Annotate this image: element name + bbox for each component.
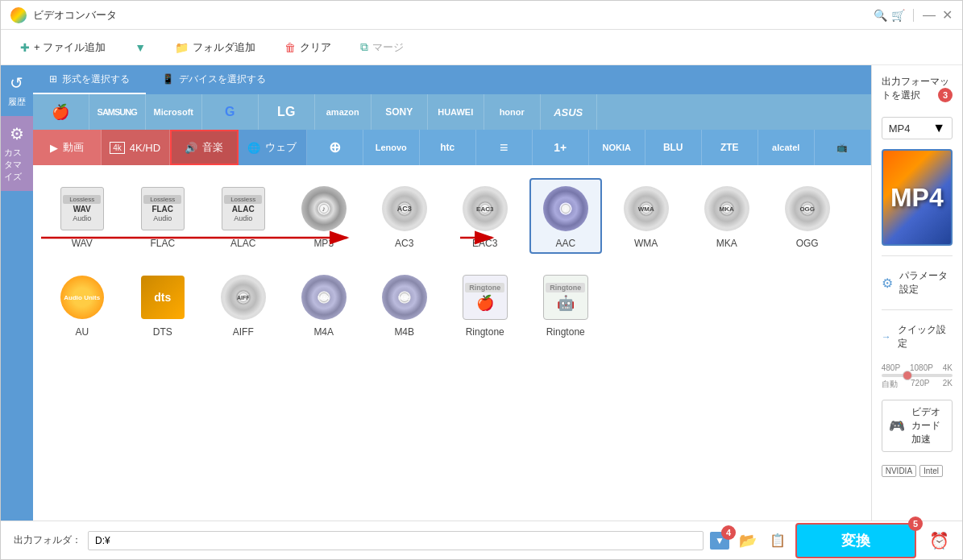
tab-device[interactable]: 📱 デバイスを選択する [146,65,871,94]
flac-icon: Lossless FLAC Audio [137,183,189,234]
merge-button[interactable]: ⧉ マージ [354,37,410,58]
brand-nokia[interactable]: NOKIA [589,130,645,165]
format-eac3[interactable]: EAC3 EAC3 [449,178,521,254]
slider-bottom-labels: 自動 720P 2K [882,379,953,390]
quality-slider-track[interactable] [882,374,953,377]
category-web[interactable]: 🌐 ウェブ [239,130,307,165]
search-button[interactable]: 🔍 [874,10,886,21]
brand-amazon[interactable]: amazon [315,94,372,130]
param-settings-button[interactable]: ⚙ パラメータ設定 [882,266,953,300]
sidebar-item-customize[interactable]: ⚙ カスタマイズ [1,116,33,191]
format-wma[interactable]: WMA WMA [610,178,683,254]
brand-alcatel[interactable]: alcatel [758,130,815,165]
alac-label: ALAC [230,238,255,249]
main-content: ↺ 履歴 ⚙ カスタマイズ ⊞ 形式を選択する 📱 デバイスを選択する [1,65,962,521]
hd-icon: 4k [110,142,125,154]
quality-slider-container: 480P 1080P 4K 自動 720P 2K [882,363,953,390]
brand-tv[interactable]: 📺 [815,130,871,165]
format-m4b[interactable]: M4B M4B [368,267,441,342]
brand-blu[interactable]: BLU [645,130,702,165]
category-brand-row: ▶ 動画 4k 4K/HD 🔊 音楽 🌐 ウェブ ⊕ Lenovo [33,130,871,165]
alarm-button[interactable]: ⏰ [929,531,949,550]
app-title: ビデオコンバータ [33,8,117,23]
brand-lenovo[interactable]: Lenovo [363,130,420,165]
aac-icon: ♪ [540,183,591,234]
clear-button[interactable]: 🗑 クリア [278,37,338,58]
alac-icon: Lossless ALAC Audio [218,183,269,234]
browse-folder-button[interactable]: 📂 [736,529,760,553]
title-left: ビデオコンバータ [10,7,117,23]
m4a-icon: M4A [298,272,350,323]
tab-format[interactable]: ⊞ 形式を選択する [33,65,146,94]
format-selector[interactable]: MP4 ▼ [882,117,953,139]
history-icon: ↺ [10,73,23,93]
brand-xiaomi[interactable]: ≡ [476,130,533,165]
gpu-accel-button[interactable]: 🎮 ビデオカード加速 [882,400,953,452]
aiff-icon: AIFF [218,272,269,323]
add-folder-button[interactable]: ▼ [128,38,152,57]
brand-zte[interactable]: ZTE [702,130,758,165]
gpu-icon: 🎮 [889,418,905,433]
label-auto: 自動 [882,379,898,390]
format-dts[interactable]: dts DTS [127,267,199,342]
mp3-label: MP3 [313,238,334,249]
brand-sony[interactable]: SONY [372,94,428,130]
gpu-badges: NVIDIA Intel [882,465,953,477]
format-ac3[interactable]: AC3 AC3 [368,178,441,254]
brand-honor[interactable]: honor [484,94,541,130]
format-mp3[interactable]: ♪ MP3 [288,178,360,254]
au-icon: Audio Units [56,272,108,323]
category-music[interactable]: 🔊 音楽 [170,130,239,165]
open-output-button[interactable]: 📋 [766,529,789,551]
ringtone-apple-icon: Ringtone 🍎 [459,272,511,323]
gpu-accel-label: ビデオカード加速 [911,405,945,446]
merge-label: マージ [372,40,404,55]
eac3-label: EAC3 [472,238,497,249]
wav-label: WAV [72,238,93,249]
add-file-button[interactable]: ✚ + ファイル追加 [14,37,112,58]
customize-icon: ⚙ [10,124,24,143]
add-folder-label: フォルダ追加 [193,40,255,55]
format-wav[interactable]: Lossless WAV Audio WAV [46,178,118,254]
format-selected-label: MP4 [889,122,911,135]
ringtone-apple-label: Ringtone [466,326,504,338]
dropdown-btn-wrapper: 4 ▼ [710,532,729,550]
category-hd[interactable]: 4k 4K/HD [102,130,170,165]
format-row-1: Lossless WAV Audio WAV Lossle [46,178,858,254]
sidebar-item-history[interactable]: ↺ 履歴 [1,65,33,116]
brand-asus[interactable]: ASUS [541,94,597,130]
format-ogg[interactable]: OGG OGG [771,178,844,254]
brand-oneplus[interactable]: 1+ [533,130,589,165]
format-flac[interactable]: Lossless FLAC Audio FLAC [127,178,199,254]
format-aac[interactable]: ♪ AAC [529,178,602,254]
brand-samsung[interactable]: SAMSUNG [89,94,146,130]
brand-motorola[interactable]: ⊕ [307,130,363,165]
format-ringtone-android[interactable]: Ringtone 🤖 Ringtone [529,267,602,342]
brand-htc[interactable]: htc [420,130,476,165]
format-alac[interactable]: Lossless ALAC Audio ALAC [207,178,280,254]
output-folder-input[interactable] [88,531,704,550]
label-1080p: 1080P [910,363,933,372]
brand-microsoft[interactable]: Microsoft [146,94,202,130]
close-button[interactable]: ✕ [941,10,953,21]
format-m4a[interactable]: M4A M4A [288,267,360,342]
format-ringtone-apple[interactable]: Ringtone 🍎 Ringtone [449,267,521,342]
format-au[interactable]: Audio Units AU [46,267,118,342]
app-icon [10,7,27,23]
minimize-button[interactable]: — [924,10,935,21]
convert-button[interactable]: 変換 [795,523,916,558]
right-panel: 3 出力フォーマットを選択 MP4 ▼ MP4 ⚙ パラメータ設定 [871,65,962,521]
tab-format-label: 形式を選択する [62,73,130,86]
format-dropdown-arrow: ▼ [932,121,945,135]
brand-google[interactable]: G [202,94,259,130]
brand-lg[interactable]: LG [259,94,315,130]
add-folder-main-button[interactable]: 📁 フォルダ追加 [168,37,262,58]
cart-button[interactable]: 🛒 [892,10,903,21]
format-mka[interactable]: MKA MKA [691,178,763,254]
category-video[interactable]: ▶ 動画 [33,130,102,165]
brand-huawei[interactable]: HUAWEI [428,94,484,130]
mka-icon: MKA [701,183,753,234]
quick-settings-toggle[interactable]: → クイック設定 [882,320,953,354]
format-aiff[interactable]: AIFF AIFF [207,267,280,342]
brand-apple[interactable]: 🍎 [33,94,89,130]
